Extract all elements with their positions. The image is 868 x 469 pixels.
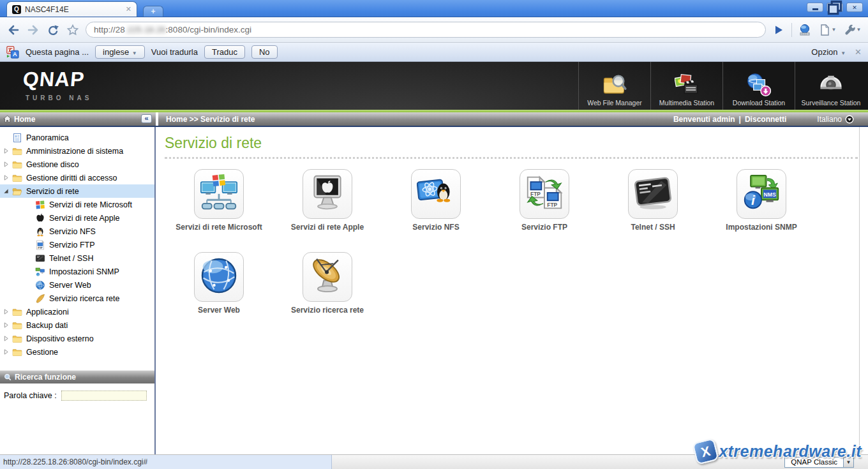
sidebar-item-servizio-ftp[interactable]: FTPServizio FTP bbox=[0, 238, 154, 251]
sidebar-item-servizio-di-rete[interactable]: Servizio di rete bbox=[0, 184, 154, 198]
qnap-logo: QNAP bbox=[22, 68, 86, 91]
telnet-ssh-icon bbox=[634, 174, 672, 214]
service-icon-box bbox=[303, 252, 352, 302]
sidebar-item-servizi-di-rete-apple[interactable]: Servizi di rete Apple bbox=[0, 211, 154, 225]
skin-dropdown-icon[interactable]: ▼ bbox=[843, 457, 854, 468]
address-bar[interactable]: http://28.225.18.26:8080/cgi-bin/index.c… bbox=[86, 22, 766, 38]
service-item-servizio-ricerca-rete[interactable]: Servizio ricerca rete bbox=[273, 252, 382, 315]
folder-icon bbox=[11, 172, 22, 183]
infobar-close-icon[interactable]: ✕ bbox=[855, 47, 862, 57]
svg-text:A: A bbox=[13, 51, 17, 57]
tools-menu-button[interactable]: ▼ bbox=[842, 23, 862, 37]
back-button[interactable] bbox=[6, 23, 20, 37]
download-station-icon bbox=[747, 73, 771, 97]
sidebar-item-dispositivo-esterno[interactable]: Dispositivo esterno bbox=[0, 332, 154, 345]
bookmark-star-button[interactable] bbox=[66, 23, 80, 37]
language-dropdown-icon bbox=[845, 115, 854, 124]
folder-icon bbox=[12, 347, 22, 357]
collapse-sidebar-button[interactable]: « bbox=[141, 114, 152, 123]
sidebar-item-gestione[interactable]: Gestione bbox=[0, 345, 154, 359]
skin-selector[interactable]: QNAP Classic ▼ bbox=[784, 457, 854, 468]
web-server-globe-icon bbox=[200, 257, 238, 295]
go-button[interactable] bbox=[772, 23, 786, 37]
language-dropdown[interactable]: inglese ▼ bbox=[95, 45, 145, 59]
reload-button[interactable] bbox=[46, 23, 60, 37]
page-icon bbox=[818, 24, 831, 36]
close-button[interactable]: ✕ bbox=[846, 3, 863, 12]
station-surveillance-station[interactable]: Surveillance Station bbox=[795, 62, 867, 110]
collapse-arrow-icon[interactable] bbox=[3, 188, 11, 194]
options-dropdown[interactable]: Opzion ▼ bbox=[811, 47, 846, 57]
star-icon bbox=[66, 24, 79, 36]
network-discovery-dish-icon bbox=[308, 257, 347, 297]
expand-arrow-icon[interactable] bbox=[3, 309, 11, 315]
station-multimedia-station[interactable]: Multimedia Station bbox=[650, 62, 722, 110]
browser-toolbar: http://28.225.18.26:8080/cgi-bin/index.c… bbox=[0, 17, 868, 43]
search-panel-title: Ricerca funzione bbox=[15, 373, 76, 382]
translate-message: Questa pagina ... bbox=[26, 47, 89, 57]
sidebar-item-gestione-diritti-di-accesso[interactable]: Gestione diritti di accesso bbox=[0, 171, 154, 184]
service-item-impostazioni-snmp[interactable]: NMSiImpostazioni SNMP bbox=[707, 169, 816, 232]
translate-button[interactable]: Traduc bbox=[204, 45, 245, 59]
network-discovery-icon bbox=[34, 293, 45, 304]
minimize-button[interactable] bbox=[807, 3, 823, 12]
sidebar-item-servizi-di-rete-microsoft[interactable]: Servizi di rete Microsoft bbox=[0, 198, 154, 211]
svg-text:i: i bbox=[37, 272, 38, 276]
expand-arrow-icon[interactable] bbox=[3, 322, 11, 328]
snmp-icon: i bbox=[35, 267, 45, 277]
linux-icon bbox=[34, 226, 45, 237]
page-title: Servizio di rete bbox=[165, 135, 859, 152]
sidebar-item-server-web[interactable]: Server Web bbox=[0, 278, 154, 292]
service-item-servizio-nfs[interactable]: Servizio NFS bbox=[382, 169, 490, 232]
surveillance-station-icon bbox=[819, 69, 843, 97]
service-item-telnet-ssh[interactable]: Telnet / SSH bbox=[599, 169, 707, 232]
nfs-icon bbox=[417, 174, 455, 214]
language-selector[interactable]: Italiano bbox=[817, 115, 854, 124]
windows-icon bbox=[34, 199, 45, 210]
logout-link[interactable]: Disconnetti bbox=[745, 115, 786, 124]
sidebar-item-panoramica[interactable]: Panoramica bbox=[0, 131, 154, 144]
forward-button[interactable] bbox=[26, 23, 40, 37]
service-item-servizio-ftp[interactable]: FTPFTPServizio FTP bbox=[490, 169, 599, 232]
new-tab-button[interactable]: + bbox=[143, 6, 163, 17]
browser-tab[interactable]: Q NASC4F14E ✕ bbox=[6, 1, 137, 17]
sidebar-item-servizio-nfs[interactable]: Servizio NFS bbox=[0, 225, 154, 238]
service-item-servizi-di-rete-microsoft[interactable]: Servizi di rete Microsoft bbox=[165, 169, 273, 232]
sidebar-item-gestione-disco[interactable]: Gestione disco bbox=[0, 158, 154, 171]
page-menu-button[interactable]: ▼ bbox=[818, 23, 837, 37]
status-url: http://28.225.18.26:8080/cgi-bin/index.c… bbox=[0, 455, 332, 469]
restore-button[interactable] bbox=[827, 3, 843, 12]
station-web-file-manager[interactable]: Web File Manager bbox=[578, 62, 650, 110]
expand-arrow-icon[interactable] bbox=[3, 336, 11, 341]
web-file-manager-icon bbox=[602, 73, 627, 97]
translate-prompt: Vuoi tradurla bbox=[151, 47, 198, 57]
service-item-servizi-di-rete-apple[interactable]: Servizi di rete Apple bbox=[273, 169, 382, 232]
extension-button[interactable] bbox=[798, 23, 812, 37]
no-translate-button[interactable]: No bbox=[251, 45, 278, 59]
nfs-icon bbox=[417, 174, 455, 212]
keyword-label: Parola chiave : bbox=[4, 391, 57, 400]
sidebar-item-backup-dati[interactable]: Backup dati bbox=[0, 318, 154, 332]
url-suffix: :8080/cgi-bin/index.cgi bbox=[166, 25, 251, 34]
sidebar-item-amministrazione-di-sistema[interactable]: Amministrazione di sistema bbox=[0, 144, 154, 158]
keyword-input[interactable] bbox=[61, 391, 147, 401]
main-content: Servizio di rete Servizi di rete Microso… bbox=[156, 127, 860, 454]
folder-icon bbox=[11, 306, 22, 317]
snmp-settings-icon: NMSi bbox=[742, 174, 781, 212]
translate-icon: A bbox=[6, 46, 19, 59]
service-item-server-web[interactable]: Server Web bbox=[165, 252, 273, 315]
expand-arrow-icon bbox=[3, 309, 9, 315]
sidebar-item-impostazioni-snmp[interactable]: iImpostazioni SNMP bbox=[0, 265, 154, 278]
tab-close-icon[interactable]: ✕ bbox=[126, 6, 131, 13]
sidebar-item-applicazioni[interactable]: Applicazioni bbox=[0, 305, 154, 318]
station-download-station[interactable]: Download Station bbox=[722, 62, 795, 110]
expand-arrow-icon[interactable] bbox=[3, 175, 11, 181]
expand-arrow-icon[interactable] bbox=[3, 161, 11, 167]
sidebar-item-telnet-ssh[interactable]: Telnet / SSH bbox=[0, 251, 154, 265]
expand-arrow-icon[interactable] bbox=[3, 349, 11, 355]
folder-icon bbox=[11, 159, 22, 170]
folder-open-icon bbox=[12, 186, 22, 197]
expand-arrow-icon bbox=[3, 175, 9, 181]
expand-arrow-icon[interactable] bbox=[3, 148, 11, 154]
sidebar-item-servizio-ricerca-rete[interactable]: Servizio ricerca rete bbox=[0, 292, 154, 305]
